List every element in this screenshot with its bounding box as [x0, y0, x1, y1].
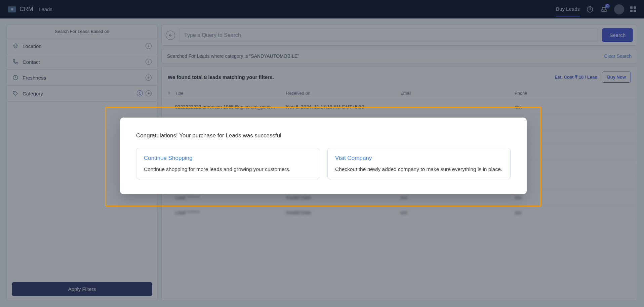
option-desc: Continue shopping for more leads and gro… [144, 166, 312, 172]
success-modal: Congratulations! Your purchase for Leads… [120, 118, 527, 194]
option-title: Visit Company [335, 155, 503, 162]
modal-options: Continue Shopping Continue shopping for … [136, 148, 511, 179]
visit-company-card[interactable]: Visit Company Checkout the newly added c… [327, 148, 511, 179]
continue-shopping-card[interactable]: Continue Shopping Continue shopping for … [136, 148, 319, 179]
modal-message: Congratulations! Your purchase for Leads… [136, 132, 511, 139]
option-title: Continue Shopping [144, 155, 312, 162]
option-desc: Checkout the newly added company to make… [335, 166, 503, 172]
modal-overlay[interactable]: Congratulations! Your purchase for Leads… [0, 0, 644, 307]
